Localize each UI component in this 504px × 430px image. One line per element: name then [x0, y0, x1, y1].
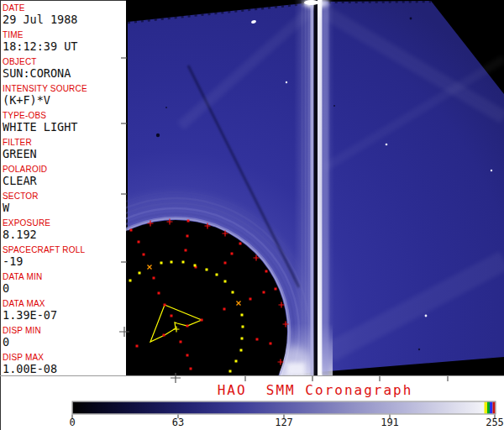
colorbar-annotation-stripe: [490, 402, 493, 414]
metadata-field-date: DATE29 Jul 1988: [3, 3, 125, 25]
metadata-field-disp-max: DISP MAX1.00E-08: [3, 353, 125, 375]
red-marker: [190, 368, 192, 370]
yellow-marker: [241, 314, 244, 317]
red-marker: [138, 241, 140, 244]
red-marker: [265, 270, 268, 273]
field-label: DATE: [3, 3, 125, 13]
metadata-sidebar: DATE29 Jul 1988TIME18:12:39 UTOBJECTSUN:…: [0, 0, 126, 375]
red-marker: [164, 304, 166, 307]
field-value: SUN:CORONA: [3, 67, 125, 79]
metadata-field-data-min: DATA MIN0: [3, 272, 125, 294]
red-marker: [239, 243, 242, 245]
bright-speck: [425, 315, 428, 317]
colorbar-tick-label: 255: [486, 417, 504, 428]
colorbar-annotation-stripe: [487, 402, 490, 414]
yellow-marker: [206, 269, 208, 271]
red-marker: [224, 262, 227, 265]
metadata-field-polaroid: POLAROIDCLEAR: [3, 165, 125, 186]
field-value: (K+F)*V: [3, 94, 125, 106]
footer-title: HAO SMM Coronagraph: [126, 382, 504, 398]
colorbar-annotation-stripe: [493, 402, 496, 414]
field-label: TIME: [3, 30, 125, 39]
colorbar-tick-label: 127: [275, 417, 293, 428]
yellow-marker: [241, 338, 244, 340]
red-marker: [186, 354, 189, 357]
red-marker: [249, 298, 252, 301]
yellow-marker: [171, 261, 173, 264]
red-marker: [186, 235, 189, 238]
yellow-marker: [242, 326, 244, 328]
metadata-field-sector: SECTORW: [3, 191, 125, 213]
field-value: 1.39E-07: [3, 309, 125, 321]
field-value: 0: [3, 282, 125, 294]
dark-spot: [156, 134, 160, 137]
metadata-field-filter: FILTERGREEN: [3, 138, 125, 160]
field-label: SECTOR: [3, 191, 125, 201]
field-label: POLAROID: [3, 165, 125, 174]
red-marker: [185, 249, 187, 252]
red-marker: [143, 254, 145, 256]
colorbar-gradient: [73, 402, 496, 414]
field-label: FILTER: [3, 138, 125, 147]
field-value: 1.00E-08: [3, 363, 125, 375]
yellow-marker: [129, 280, 132, 282]
image-baseline: [0, 375, 504, 376]
metadata-field-type-obs: TYPE-OBSWHITE LIGHT: [3, 111, 125, 133]
yellow-marker: [139, 272, 141, 275]
field-label: EXPOSURE: [3, 218, 125, 228]
field-value: 18:12:39 UT: [3, 40, 125, 52]
red-marker: [153, 277, 155, 280]
red-marker: [130, 229, 133, 232]
red-marker: [186, 325, 189, 328]
dark-spot: [333, 105, 335, 107]
red-marker: [171, 315, 173, 317]
metadata-field-disp-min: DISP MIN0: [3, 326, 125, 348]
field-label: DISP MAX: [3, 353, 125, 362]
dark-spot: [418, 349, 420, 350]
field-value: WHITE LIGHT: [3, 121, 125, 133]
field-label: DATA MIN: [3, 272, 125, 281]
pylon-bright-core: [318, 0, 323, 375]
field-label: DISP MIN: [3, 326, 125, 335]
field-label: INTENSITY SOURCE: [3, 84, 125, 93]
field-value: -19: [3, 255, 125, 267]
bright-speck: [386, 144, 388, 146]
red-marker: [231, 253, 234, 255]
red-marker: [275, 288, 277, 291]
dark-spot: [410, 18, 412, 20]
yellow-marker: [182, 261, 185, 264]
field-value: 8.192: [3, 228, 125, 240]
red-marker: [256, 338, 259, 341]
red-marker: [201, 319, 203, 322]
yellow-marker: [224, 281, 227, 283]
metadata-field-exposure: EXPOSURE8.192: [3, 218, 125, 240]
colorbar-tick-label: 191: [381, 417, 399, 428]
field-label: DATA MAX: [3, 299, 125, 308]
bright-speck: [286, 81, 287, 83]
field-value: W: [3, 202, 125, 213]
metadata-field-object: OBJECTSUN:CORONA: [3, 57, 125, 79]
field-value: 29 Jul 1988: [3, 13, 125, 25]
pylon-top-hotspot: [304, 0, 319, 5]
red-marker: [270, 343, 272, 345]
colorbar-annotation-stripe: [485, 402, 488, 414]
coronagraph-viewer-window: DATE29 Jul 1988TIME18:12:39 UTOBJECTSUN:…: [0, 0, 504, 430]
red-marker: [263, 291, 265, 294]
metadata-field-spacecraft-roll: SPACECRAFT ROLL-19: [3, 245, 125, 267]
red-marker: [223, 308, 226, 311]
yellow-marker: [235, 360, 238, 363]
dark-spot: [165, 107, 167, 108]
field-label: OBJECT: [3, 57, 125, 66]
yellow-marker: [160, 262, 163, 265]
metadata-field-time: TIME18:12:39 UT: [3, 30, 125, 52]
pylon-right-glow: [323, 0, 329, 375]
colorbar-labels: 063127191255: [0, 417, 504, 430]
metadata-field-data-max: DATA MAX1.39E-07: [3, 299, 125, 321]
red-marker: [158, 292, 160, 295]
colorbar-tick-label: 0: [69, 417, 75, 428]
yellow-marker: [194, 265, 197, 267]
pylon-bottom-hotspot: [286, 363, 305, 375]
field-label: SPACECRAFT ROLL: [3, 245, 125, 254]
red-marker: [136, 345, 139, 348]
yellow-marker: [229, 370, 232, 373]
